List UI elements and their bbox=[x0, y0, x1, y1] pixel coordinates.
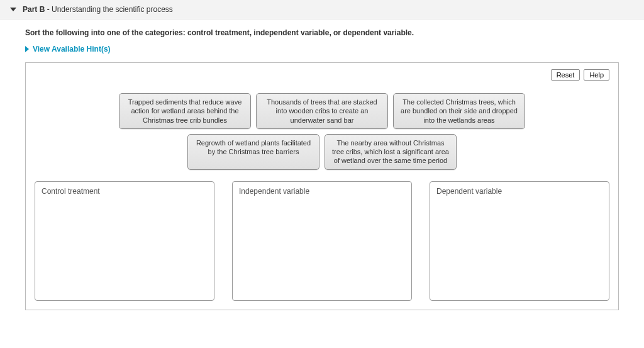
bin-title: Control treatment bbox=[42, 187, 208, 196]
drag-item[interactable]: Trapped sediments that reduce wave actio… bbox=[119, 93, 251, 129]
panel-toolbar: Reset Help bbox=[35, 69, 609, 81]
caret-down-icon bbox=[10, 8, 16, 11]
content-area: Sort the following into one of the categ… bbox=[0, 20, 644, 323]
drag-item[interactable]: Regrowth of wetland plants facilitated b… bbox=[187, 134, 319, 170]
drop-bins-row: Control treatment Independent variable D… bbox=[35, 181, 609, 301]
part-label-wrap: Part B - Understanding the scientific pr… bbox=[23, 5, 173, 14]
part-title: Understanding the scientific process bbox=[52, 5, 173, 14]
help-button[interactable]: Help bbox=[584, 69, 609, 81]
part-header[interactable]: Part B - Understanding the scientific pr… bbox=[0, 0, 644, 20]
draggable-items-area: Trapped sediments that reduce wave actio… bbox=[35, 93, 609, 170]
drag-item[interactable]: The nearby area without Christmas tree c… bbox=[325, 134, 457, 170]
drag-item[interactable]: The collected Christmas trees, which are… bbox=[393, 93, 525, 129]
caret-right-icon bbox=[25, 46, 29, 52]
view-hints-link[interactable]: View Available Hint(s) bbox=[25, 45, 619, 53]
drag-item[interactable]: Thousands of trees that are stacked into… bbox=[256, 93, 388, 129]
bin-title: Independent variable bbox=[239, 187, 405, 196]
items-row-1: Trapped sediments that reduce wave actio… bbox=[119, 93, 525, 129]
part-label: Part B - bbox=[23, 5, 50, 14]
items-row-2: Regrowth of wetland plants facilitated b… bbox=[187, 134, 457, 170]
hints-label: View Available Hint(s) bbox=[33, 45, 111, 53]
bin-title: Dependent variable bbox=[436, 187, 602, 196]
bin-dependent-variable[interactable]: Dependent variable bbox=[430, 181, 609, 301]
reset-button[interactable]: Reset bbox=[551, 69, 580, 81]
sorting-panel: Reset Help Trapped sediments that reduce… bbox=[25, 62, 619, 310]
bin-independent-variable[interactable]: Independent variable bbox=[232, 181, 412, 301]
bin-control-treatment[interactable]: Control treatment bbox=[35, 181, 214, 301]
instructions-text: Sort the following into one of the categ… bbox=[25, 28, 619, 37]
